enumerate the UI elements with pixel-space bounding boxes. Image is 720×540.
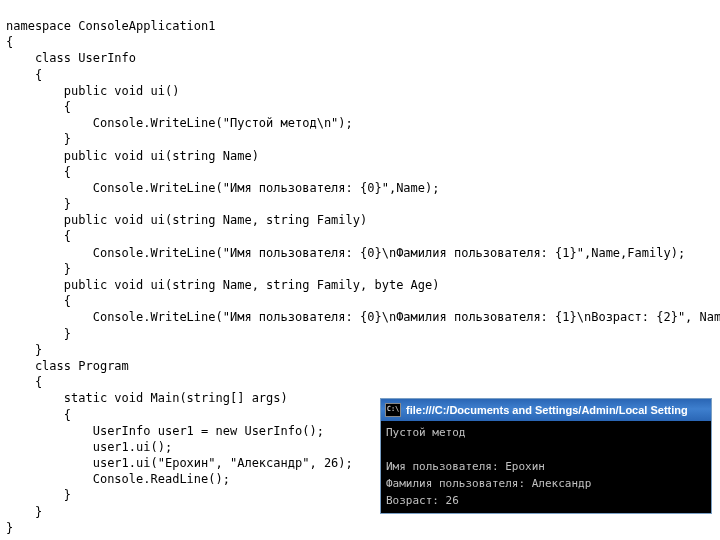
console-app-icon: C:\ [385, 403, 401, 417]
console-titlebar: C:\ file:///C:/Documents and Settings/Ad… [381, 399, 711, 421]
console-title: file:///C:/Documents and Settings/Admin/… [406, 403, 688, 418]
console-output-window: C:\ file:///C:/Documents and Settings/Ad… [380, 398, 712, 514]
console-body: Пустой метод Имя пользователя: ЕрохинФам… [381, 421, 711, 512]
